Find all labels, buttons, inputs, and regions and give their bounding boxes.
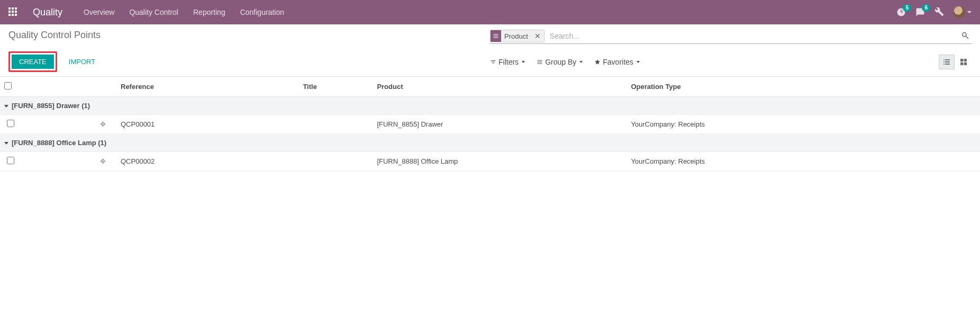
col-reference[interactable]: Reference bbox=[116, 77, 298, 97]
kanban-view-button[interactable] bbox=[956, 55, 972, 69]
cell-reference: QCP00002 bbox=[116, 152, 298, 171]
breadcrumb: Quality Control Points bbox=[8, 30, 490, 41]
list-table: Reference Title Product Operation Type [… bbox=[0, 77, 980, 171]
control-panel: Quality Control Points Product ✕ Create … bbox=[0, 24, 980, 77]
drag-handle-icon[interactable]: ✥ bbox=[100, 120, 106, 128]
caret-down-icon bbox=[967, 11, 972, 13]
caret-down-icon bbox=[4, 142, 8, 145]
groupby-label: Group By bbox=[545, 58, 576, 66]
facet-label: Product bbox=[501, 31, 531, 41]
cell-operation-type: YourCompany: Receipts bbox=[627, 152, 980, 171]
app-brand[interactable]: Quality bbox=[33, 7, 62, 18]
top-navbar: Quality Overview Quality Control Reporti… bbox=[0, 0, 980, 24]
search-icon[interactable] bbox=[959, 31, 972, 41]
filters-label: Filters bbox=[498, 58, 519, 66]
col-product[interactable]: Product bbox=[373, 77, 627, 97]
table-header-row: Reference Title Product Operation Type bbox=[0, 77, 980, 97]
groupby-facet-icon bbox=[491, 30, 501, 42]
group-row[interactable]: [FURN_8855] Drawer (1) bbox=[0, 97, 980, 115]
group-row[interactable]: [FURN_8888] Office Lamp (1) bbox=[0, 134, 980, 152]
caret-down-icon bbox=[4, 105, 8, 108]
activity-badge: 5 bbox=[903, 4, 911, 12]
cell-title bbox=[298, 152, 373, 171]
favorites-button[interactable]: Favorites bbox=[594, 58, 640, 66]
search-facet-product: Product ✕ bbox=[490, 30, 545, 42]
table-row[interactable]: ✥QCP00001[FURN_8855] DrawerYourCompany: … bbox=[0, 115, 980, 134]
nav-link-configuration[interactable]: Configuration bbox=[240, 8, 284, 16]
list-view-button[interactable] bbox=[939, 55, 955, 69]
cell-reference: QCP00001 bbox=[116, 115, 298, 134]
row-checkbox[interactable] bbox=[7, 120, 14, 127]
search-bar[interactable]: Product ✕ bbox=[490, 30, 972, 44]
nav-links: Overview Quality Control Reporting Confi… bbox=[84, 8, 284, 16]
apps-icon[interactable] bbox=[8, 7, 18, 17]
search-input[interactable] bbox=[548, 31, 959, 41]
row-checkbox[interactable] bbox=[7, 157, 14, 164]
debug-icon[interactable] bbox=[934, 7, 944, 18]
user-menu[interactable] bbox=[954, 6, 972, 18]
nav-right: 5 6 bbox=[896, 6, 972, 18]
messages-icon[interactable]: 6 bbox=[915, 7, 925, 17]
caret-down-icon bbox=[637, 61, 640, 63]
cell-product: [FURN_8855] Drawer bbox=[373, 115, 627, 134]
nav-link-reporting[interactable]: Reporting bbox=[193, 8, 225, 16]
cell-product: [FURN_8888] Office Lamp bbox=[373, 152, 627, 171]
avatar bbox=[954, 6, 965, 18]
import-button[interactable]: Import bbox=[61, 55, 103, 69]
cell-title bbox=[298, 115, 373, 134]
caret-down-icon bbox=[522, 61, 525, 63]
select-all-checkbox[interactable] bbox=[4, 82, 12, 90]
facet-remove-icon[interactable]: ✕ bbox=[531, 32, 544, 40]
create-highlight: Create bbox=[8, 51, 57, 72]
create-button[interactable]: Create bbox=[12, 55, 54, 69]
cell-operation-type: YourCompany: Receipts bbox=[627, 115, 980, 134]
activities-icon[interactable]: 5 bbox=[896, 7, 906, 17]
nav-link-overview[interactable]: Overview bbox=[84, 8, 114, 16]
groupby-button[interactable]: Group By bbox=[537, 58, 583, 66]
filters-button[interactable]: Filters bbox=[490, 58, 525, 66]
favorites-label: Favorites bbox=[603, 58, 633, 66]
caret-down-icon bbox=[579, 61, 583, 63]
table-row[interactable]: ✥QCP00002[FURN_8888] Office LampYourComp… bbox=[0, 152, 980, 171]
col-title[interactable]: Title bbox=[298, 77, 373, 97]
message-badge: 6 bbox=[922, 4, 930, 12]
drag-handle-icon[interactable]: ✥ bbox=[100, 157, 106, 165]
view-switcher bbox=[939, 55, 972, 69]
nav-link-quality-control[interactable]: Quality Control bbox=[129, 8, 178, 16]
col-operation-type[interactable]: Operation Type bbox=[627, 77, 980, 97]
